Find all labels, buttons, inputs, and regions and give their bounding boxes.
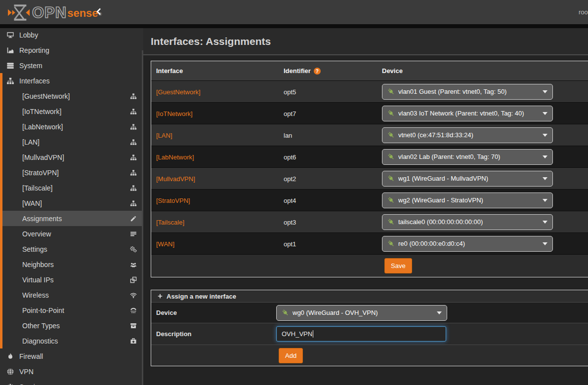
- interface-link[interactable]: [MullvadVPN]: [156, 175, 195, 183]
- device-select[interactable]: tailscale0 (00:00:00:00:00:00): [382, 214, 553, 230]
- device-select[interactable]: vlan03 IoT Network (Parent: vtnet0, Tag:…: [382, 106, 553, 121]
- page-title: Interfaces: Assignments: [143, 36, 271, 47]
- sidebar-item-system[interactable]: System: [0, 58, 142, 73]
- sidebar-item-iotnetwork[interactable]: [IoTNetwork]: [0, 104, 142, 119]
- device-select-value: vlan03 IoT Network (Parent: vtnet0, Tag:…: [398, 110, 524, 117]
- device-select[interactable]: vtnet0 (ce:47:51:8d:33:24): [382, 127, 553, 143]
- sidebar-item-wireless[interactable]: Wireless: [0, 287, 142, 303]
- archive-icon: [130, 322, 137, 329]
- sitemap-icon: [130, 169, 137, 176]
- interface-link[interactable]: [WAN]: [156, 240, 174, 248]
- device-select[interactable]: wg2 (WireGuard - StratoVPN): [382, 192, 553, 208]
- sidebar-item-label: Point-to-Point: [22, 307, 64, 314]
- sitemap-icon: [130, 154, 137, 161]
- opnsense-logo[interactable]: OPNsense®: [8, 3, 102, 22]
- sidebar-item-label: [LabNetwork]: [22, 123, 63, 131]
- sidebar-item-labnetwork[interactable]: [LabNetwork]: [0, 119, 142, 134]
- table-row: [LabNetwork] opt6 vlan02 Lab (Parent: vt…: [151, 146, 588, 168]
- sidebar-item-services[interactable]: Services: [0, 379, 142, 385]
- device-select-value: re0 (00:00:00:e0:d0:c4): [398, 240, 465, 247]
- column-header-identifier: Identifier?: [279, 67, 379, 75]
- sidebar-item-label: Virtual IPs: [22, 276, 54, 284]
- opnsense-hourglass-icon: [8, 3, 30, 22]
- sidebar-item-overview[interactable]: Overview: [0, 226, 142, 241]
- description-input[interactable]: OVH_VPN: [276, 326, 446, 342]
- interface-link[interactable]: [Tailscale]: [156, 219, 184, 226]
- brand-opn-text: OPN: [32, 4, 67, 22]
- plug-icon: [387, 131, 395, 139]
- sidebar-item-assignments[interactable]: Assignments: [0, 211, 142, 226]
- topbar-separator: [0, 24, 588, 28]
- sidebar-item-label: [GuestNetwork]: [22, 92, 70, 100]
- device-select[interactable]: vlan01 Guest (Parent: vtnet0, Tag: 50): [382, 84, 553, 100]
- sidebar-item-lan[interactable]: [LAN]: [0, 134, 142, 150]
- gear-icon: [6, 383, 14, 385]
- interface-link[interactable]: [GuestNetwork]: [156, 88, 201, 96]
- caret-down-icon: [543, 134, 547, 137]
- sidebar-item-reporting[interactable]: Reporting: [0, 42, 142, 58]
- device-form-row: Device wg0 (WireGuard - OVH_VPN): [151, 303, 588, 323]
- caret-down-icon: [543, 90, 547, 93]
- add-form-row: Add: [151, 345, 588, 366]
- text-cursor: [313, 330, 313, 338]
- sidebar-item-interfaces[interactable]: Interfaces: [0, 73, 142, 88]
- sidebar-item-virtual-ips[interactable]: Virtual IPs: [0, 272, 142, 287]
- help-icon[interactable]: ?: [314, 68, 321, 75]
- plug-icon: [387, 218, 395, 226]
- sidebar-item-label: [Tailscale]: [22, 184, 52, 192]
- brand-sense-text: sense: [67, 5, 98, 22]
- sidebar-item-firewall[interactable]: Firewall: [0, 348, 142, 364]
- sidebar-item-wan[interactable]: [WAN]: [0, 195, 142, 211]
- plug-icon: [387, 240, 395, 247]
- identifier-value: opt6: [284, 154, 296, 161]
- add-button[interactable]: Add: [279, 348, 303, 363]
- table-footer-row: Save: [151, 255, 588, 277]
- sidebar-item-neighbors[interactable]: Neighbors: [0, 257, 142, 272]
- table-row: [LAN] lan vtnet0 (ce:47:51:8d:33:24): [151, 124, 588, 146]
- column-header-identifier-label: Identifier: [284, 67, 311, 75]
- device-select[interactable]: re0 (00:00:00:e0:d0:c4): [382, 236, 553, 252]
- assign-new-interface-panel: Assign a new interface Device wg0 (WireG…: [151, 290, 588, 366]
- sidebar-item-mullvadvpn[interactable]: [MullvadVPN]: [0, 150, 142, 165]
- sidebar-item-vpn[interactable]: VPN: [0, 364, 142, 379]
- sidebar-item-point-to-point[interactable]: Point-to-Point: [0, 303, 142, 318]
- sidebar-item-diagnostics[interactable]: Diagnostics: [0, 333, 142, 348]
- interface-link[interactable]: [StratoVPN]: [156, 197, 190, 204]
- plug-icon: [387, 110, 395, 117]
- sitemap-icon: [130, 123, 137, 130]
- interface-link[interactable]: [LAN]: [156, 132, 172, 139]
- sitemap-icon: [130, 139, 137, 146]
- pencil-icon: [130, 215, 137, 222]
- page-title-bar: Interfaces: Assignments: [143, 28, 588, 55]
- table-row: [Tailscale] opt3 tailscale0 (00:00:00:00…: [151, 211, 588, 233]
- sidebar-item-tailscale[interactable]: [Tailscale]: [0, 180, 142, 195]
- sidebar-item-guestnetwork[interactable]: [GuestNetwork]: [0, 88, 142, 104]
- save-button[interactable]: Save: [384, 258, 412, 273]
- sidebar-item-lobby[interactable]: Lobby: [0, 28, 142, 42]
- plug-icon: [387, 196, 395, 204]
- caret-down-icon: [543, 177, 547, 180]
- column-header-interface: Interface: [151, 67, 279, 75]
- sitemap-icon: [6, 77, 14, 85]
- device-select-value: vlan01 Guest (Parent: vtnet0, Tag: 50): [398, 88, 506, 95]
- identifier-value: opt5: [284, 88, 296, 96]
- sidebar-item-label: [LAN]: [22, 138, 40, 146]
- sidebar-item-other-types[interactable]: Other Types: [0, 318, 142, 333]
- area-chart-icon: [6, 46, 14, 54]
- sitemap-icon: [130, 108, 137, 115]
- logged-in-user[interactable]: roo: [579, 8, 588, 16]
- device-select[interactable]: wg1 (WireGuard - MullvadVPN): [382, 171, 553, 187]
- sidebar-item-label: [IoTNetwork]: [22, 108, 61, 116]
- device-select[interactable]: vlan02 Lab (Parent: vtnet0, Tag: 70): [382, 149, 553, 165]
- device-select-value: wg2 (WireGuard - StratoVPN): [398, 196, 483, 204]
- assign-panel-header[interactable]: Assign a new interface: [151, 290, 588, 303]
- sidebar-item-label: Firewall: [19, 352, 43, 360]
- interface-link[interactable]: [IoTNetwork]: [156, 110, 193, 117]
- sidebar-item-stratovpn[interactable]: [StratoVPN]: [0, 165, 142, 180]
- fire-icon: [6, 352, 14, 360]
- interface-link[interactable]: [LabNetwork]: [156, 154, 194, 161]
- sidebar-item-label: Interfaces: [19, 77, 49, 85]
- sidebar-collapse-button[interactable]: [95, 7, 104, 17]
- new-device-select[interactable]: wg0 (WireGuard - OVH_VPN): [276, 305, 447, 321]
- sidebar-item-settings[interactable]: Settings: [0, 241, 142, 257]
